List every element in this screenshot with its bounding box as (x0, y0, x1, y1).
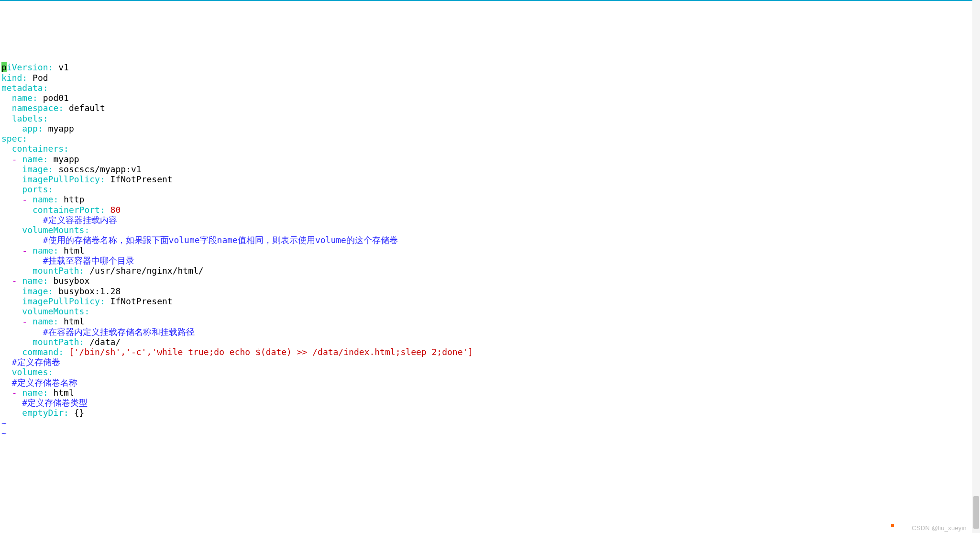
key-app: app (22, 123, 38, 133)
key-c0-volmounts: volumeMounts (22, 225, 84, 235)
value-vm1-mountpath: /data/ (89, 337, 121, 347)
scrollbar-thumb[interactable] (973, 496, 979, 529)
key-c0-ports: ports (22, 184, 48, 194)
value-c0-name: myapp (53, 154, 79, 164)
key-apiversion-rest: iVersion (7, 62, 48, 72)
key-port-name: name (33, 194, 53, 204)
page-curl-icon (874, 514, 894, 533)
value-c0-image: soscscs/myapp:v1 (58, 164, 141, 174)
key-metadata: metadata (1, 83, 43, 93)
key-kind: kind (1, 73, 22, 83)
watermark-text: CSDN @liu_xueyin (912, 524, 967, 532)
key-containers: containers (12, 144, 64, 154)
key-c0-ipp: imagePullPolicy (22, 174, 100, 184)
comment-define-volume: #定义存储卷 (12, 357, 60, 367)
key-vm0-name: name (33, 245, 53, 255)
key-volumes: volumes (12, 367, 48, 377)
scrollbar[interactable] (972, 0, 980, 533)
top-border (0, 0, 972, 1)
key-vm1-name: name (33, 316, 53, 326)
key-containerport: containerPort (33, 205, 100, 215)
key-name: name (12, 93, 33, 103)
colon: : (48, 62, 54, 72)
value-vm0-mountpath: /usr/share/nginx/html/ (89, 266, 203, 276)
comment-mount-dir: #挂载至容器中哪个目录 (43, 255, 134, 266)
code-content: piVersion: v1 kind: Pod metadata: name: … (1, 62, 473, 438)
key-c1-image: image (22, 286, 48, 296)
value-port-name: http (64, 194, 84, 204)
value-app: myapp (48, 123, 74, 133)
value-command: ['/bin/sh','-c','while true;do echo $(da… (69, 347, 473, 357)
value-c0-ipp: IfNotPresent (110, 174, 173, 184)
key-c0-image: image (22, 164, 48, 174)
comment-define-volume-type: #定义存储卷类型 (22, 398, 88, 408)
value-apiversion: v1 (58, 62, 69, 72)
key-vol0-name: name (22, 388, 43, 398)
value-name: pod01 (43, 93, 69, 103)
value-namespace: default (69, 103, 105, 113)
key-namespace: namespace (12, 103, 59, 113)
comment-define-volume-name: #定义存储卷名称 (12, 378, 77, 388)
dash: - (12, 154, 17, 164)
eof-tilde: ~ (1, 428, 7, 438)
value-c1-image: busybox:1.28 (58, 286, 121, 296)
cursor: p (1, 62, 7, 72)
key-emptydir: emptyDir (22, 408, 64, 418)
key-c1-volmounts: volumeMounts (22, 306, 84, 316)
value-kind: Pod (33, 73, 48, 83)
comment-define-inside: #在容器内定义挂载存储名称和挂载路径 (43, 327, 195, 337)
eof-tilde: ~ (1, 418, 7, 428)
value-vm0-name: html (64, 245, 84, 255)
key-labels: labels (12, 113, 43, 123)
value-vol0-name: html (53, 388, 74, 398)
key-c1-name: name (22, 276, 43, 286)
key-vm0-mountpath: mountPath (33, 266, 79, 276)
key-c0-name: name (22, 154, 43, 164)
key-vm1-mountpath: mountPath (33, 337, 79, 347)
key-spec: spec (1, 133, 22, 144)
key-command: command (22, 347, 58, 357)
value-c1-ipp: IfNotPresent (110, 296, 173, 306)
comment-vm-usage: #使用的存储卷名称，如果跟下面volume字段name值相同，则表示使用volu… (43, 235, 398, 245)
comment-define-mount: #定义容器挂载内容 (43, 215, 117, 225)
value-c1-name: busybox (53, 276, 89, 286)
value-vm1-name: html (64, 316, 84, 326)
value-emptydir: {} (74, 408, 85, 418)
value-containerport: 80 (110, 205, 121, 215)
key-c1-ipp: imagePullPolicy (22, 296, 100, 306)
